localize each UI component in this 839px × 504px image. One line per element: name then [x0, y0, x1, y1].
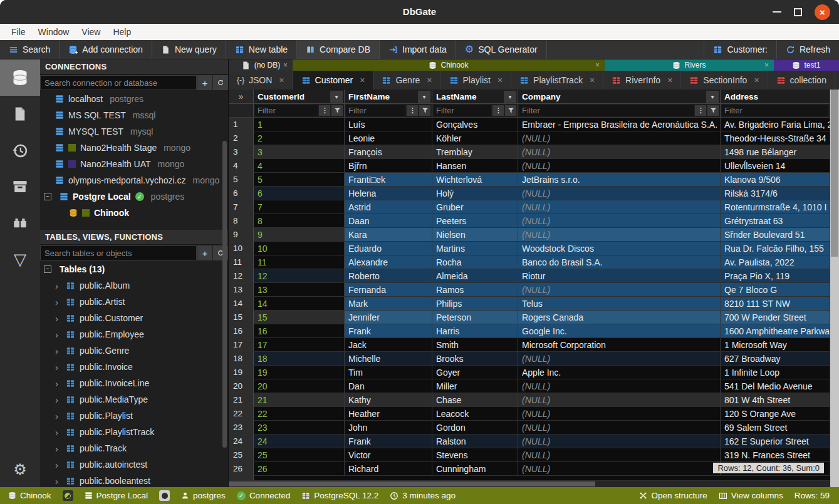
table-row[interactable]: 2121KathyChase(NULL)801 W 4th Street: [229, 393, 830, 407]
grid-cell[interactable]: 23: [254, 421, 345, 434]
menu-item-window[interactable]: Window: [32, 24, 76, 40]
grid-cell[interactable]: 26: [254, 462, 345, 475]
toolbar-button-sql-generator[interactable]: ⚙SQL Generator: [456, 40, 547, 59]
tab-customer[interactable]: Customer×: [293, 71, 374, 90]
collapse-expander-icon[interactable]: −: [44, 193, 51, 200]
grid-cell[interactable]: Telus: [518, 297, 721, 310]
tab-close-icon[interactable]: ×: [360, 75, 365, 85]
iconbar-item-triangle[interactable]: ▽: [0, 241, 40, 277]
grid-cell[interactable]: Holý: [432, 187, 518, 200]
grid-cell[interactable]: Richard: [345, 462, 432, 475]
grid-cell[interactable]: 21: [254, 393, 345, 406]
toolbar-button-compare-db[interactable]: Compare DB: [297, 40, 380, 59]
connections-panel-add-button[interactable]: +: [197, 75, 212, 90]
filter-menu-button[interactable]: [492, 105, 504, 116]
grid-cell[interactable]: (NULL): [518, 283, 721, 296]
grid-cell[interactable]: Bjřrn: [345, 159, 432, 172]
table-row[interactable]: 44BjřrnHansen(NULL)Ullevĺlsveien 14: [229, 159, 830, 173]
tab-close-icon[interactable]: ×: [279, 75, 284, 85]
column-header-company[interactable]: Company▾: [518, 90, 721, 103]
iconbar-item-file[interactable]: [0, 96, 40, 132]
grid-cell[interactable]: 700 W Pender Street: [721, 311, 830, 324]
grid-cell[interactable]: Banco do Brasil S.A.: [518, 255, 721, 269]
column-dropdown-icon[interactable]: ▾: [418, 91, 430, 103]
connection-item[interactable]: localhostpostgres: [40, 91, 228, 107]
row-number[interactable]: 24: [229, 435, 254, 448]
grid-cell[interactable]: 6: [254, 187, 345, 200]
grid-cell[interactable]: Klanova 9/506: [721, 173, 830, 186]
tab-sectioninfo[interactable]: SectionInfo×: [681, 71, 768, 90]
grid-cell[interactable]: 12: [254, 269, 345, 282]
grid-cell[interactable]: 25: [254, 448, 345, 461]
table-row[interactable]: 1414MarkPhilipsTelus8210 111 ST NW: [229, 297, 830, 311]
grid-cell[interactable]: 16: [254, 324, 345, 337]
table-row[interactable]: 2323JohnGordon(NULL)69 Salem Street: [229, 421, 830, 435]
grid-cell[interactable]: 14: [254, 297, 345, 310]
connection-item[interactable]: Nano2Health Stagemongo: [40, 140, 228, 156]
filter-funnel-button[interactable]: [505, 105, 516, 116]
table-row[interactable]: 88DaanPeeters(NULL)Grétrystraat 63: [229, 214, 830, 228]
row-number[interactable]: 1: [229, 118, 254, 131]
grid-cell[interactable]: 4: [254, 159, 345, 172]
grid-cell[interactable]: (NULL): [518, 214, 721, 227]
grid-cell[interactable]: 10: [254, 242, 345, 255]
table-row[interactable]: 1515JenniferPetersonRogers Canada700 W P…: [229, 311, 830, 324]
tables-scrollbar[interactable]: [222, 266, 227, 448]
table-item[interactable]: ›public.PlaylistTrack: [40, 424, 228, 440]
iconbar-item-gear[interactable]: ⚙: [0, 452, 40, 487]
iconbar-item-plugins[interactable]: [0, 205, 40, 241]
grid-cell[interactable]: 11: [254, 255, 345, 269]
grid-cell[interactable]: (NULL): [518, 228, 721, 241]
table-row[interactable]: 1717JackSmithMicrosoft Corporation1 Micr…: [229, 338, 830, 352]
grid-cell[interactable]: Gordon: [432, 421, 518, 434]
tab-close-icon[interactable]: ×: [498, 75, 503, 85]
close-button[interactable]: ×: [815, 4, 830, 20]
grid-cell[interactable]: (NULL): [518, 159, 721, 172]
grid-cell[interactable]: Daan: [345, 214, 432, 227]
database-item[interactable]: Chinook: [40, 205, 228, 221]
collapse-expander-icon[interactable]: −: [44, 265, 51, 273]
tables-root-item[interactable]: −Tables (13): [40, 261, 228, 277]
grid-cell[interactable]: Köhler: [432, 131, 518, 145]
grid-cell[interactable]: (NULL): [518, 421, 721, 434]
column-dropdown-icon[interactable]: ▾: [330, 91, 343, 103]
grid-cell[interactable]: (NULL): [518, 407, 721, 420]
row-number[interactable]: 14: [229, 297, 254, 310]
grid-cell[interactable]: Google Inc.: [518, 324, 721, 337]
table-row[interactable]: 11LuísGonçalvesEmbraer - Empresa Brasile…: [229, 118, 830, 131]
connections-panel-refresh-button[interactable]: [212, 75, 228, 90]
grid-cell[interactable]: 541 Del Medio Avenue: [721, 379, 830, 393]
connection-item[interactable]: −Postgre Local✓postgres: [40, 188, 228, 205]
grid-cell[interactable]: Stevens: [432, 448, 518, 461]
grid-cell[interactable]: 22: [254, 407, 345, 420]
row-number[interactable]: 15: [229, 311, 254, 324]
grid-cell[interactable]: 319 N. Frances Street: [721, 448, 830, 461]
filter-input[interactable]: Filter: [519, 105, 694, 116]
row-number[interactable]: 12: [229, 269, 254, 282]
table-row[interactable]: 1111AlexandreRochaBanco do Brasil S.A.Av…: [229, 255, 830, 269]
menu-item-view[interactable]: View: [75, 24, 107, 40]
grid-cell[interactable]: 627 Broadway: [721, 352, 830, 365]
column-header-firstname[interactable]: FirstName▾: [345, 90, 432, 103]
grid-cell[interactable]: Apple Inc.: [518, 366, 721, 379]
row-number[interactable]: 13: [229, 283, 254, 296]
table-item[interactable]: ›public.Artist: [40, 294, 228, 310]
tab-close-icon[interactable]: ×: [754, 75, 759, 85]
filter-input[interactable]: Filter: [346, 105, 405, 116]
tab-json[interactable]: {-}JSON×: [229, 71, 293, 90]
tables-panel-search-input[interactable]: [40, 245, 197, 260]
grid-cell[interactable]: 120 S Orange Ave: [721, 407, 830, 420]
grid-cell[interactable]: 1: [254, 118, 345, 131]
grid-cell[interactable]: Leacock: [432, 407, 518, 420]
row-number[interactable]: 19: [229, 366, 254, 379]
tab-close-icon[interactable]: ×: [667, 75, 672, 85]
row-number[interactable]: 10: [229, 242, 254, 255]
table-row[interactable]: 99KaraNielsen(NULL)Sřnder Boulevard 51: [229, 228, 830, 242]
grid-cell[interactable]: Rotenturmstraße 4, 1010 I: [721, 200, 830, 213]
column-header-lastname[interactable]: LastName▾: [432, 90, 518, 103]
grid-cell[interactable]: Gonçalves: [432, 118, 518, 131]
toolbar-button-search[interactable]: Search: [0, 40, 60, 59]
grid-cell[interactable]: Eduardo: [345, 242, 432, 255]
row-number[interactable]: 6: [229, 187, 254, 200]
column-header-customerid[interactable]: CustomerId▾: [254, 90, 345, 103]
